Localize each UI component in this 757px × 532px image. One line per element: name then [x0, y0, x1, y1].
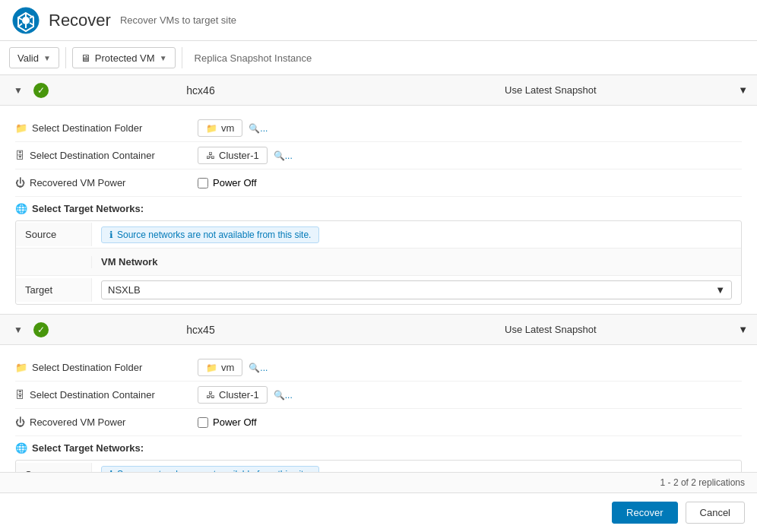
- vm2-collapse-btn[interactable]: ▼: [9, 321, 27, 339]
- vm2-networks-title-text: Select Target Networks:: [32, 442, 144, 454]
- vm1-container-tag-btn[interactable]: 🖧 Cluster-1: [198, 147, 268, 164]
- filter-bar: Valid ▼ 🖥 Protected VM ▼ Replica Snapsho…: [0, 41, 757, 75]
- vm1-folder-tag-text: vm: [221, 122, 234, 134]
- vm2-snapshot-select[interactable]: Use Latest Snapshot ▼: [505, 324, 748, 335]
- vm1-name: hcx46: [49, 84, 505, 97]
- vm2-power-value: Power Off: [198, 416, 742, 428]
- valid-filter-dropdown[interactable]: Valid ▼: [9, 47, 59, 68]
- vm2-container-tag-icon: 🖧: [206, 390, 215, 401]
- vm2-power-row: ⏻ Recovered VM Power Power Off: [15, 409, 742, 436]
- vm1-dest-container-label: 🗄 Select Destination Container: [15, 150, 198, 161]
- vm2-power-label-text: Recovered VM Power: [30, 416, 125, 428]
- vm2-networks-table: Source ℹ Source networks are not availab…: [15, 460, 742, 472]
- vm1-snapshot-select[interactable]: Use Latest Snapshot ▼: [505, 84, 748, 96]
- footer: Recover Cancel: [0, 492, 757, 532]
- vm2-name: hcx45: [49, 324, 505, 336]
- vm2-container-tag-text: Cluster-1: [219, 389, 259, 401]
- vm-header-2[interactable]: ▼ ✓ hcx45 Use Latest Snapshot ▼: [0, 315, 757, 345]
- vm1-target-network-row: Target NSXLB ▼: [16, 276, 741, 304]
- vm1-source-network-row: Source ℹ Source networks are not availab…: [16, 221, 741, 249]
- power-icon: ⏻: [15, 177, 25, 188]
- vm2-power-label: ⏻ Recovered VM Power: [15, 416, 198, 428]
- vm2-source-label: Source: [16, 463, 92, 473]
- vm2-status-icon: ✓: [33, 322, 49, 337]
- vm2-source-value: ℹ Source networks are not available from…: [92, 461, 741, 472]
- vm1-network-name-spacer: [16, 256, 92, 268]
- vm1-dest-container-value: 🖧 Cluster-1 🔍...: [198, 147, 742, 164]
- folder-icon: 📁: [15, 122, 27, 134]
- vm1-source-value: ℹ Source networks are not available from…: [92, 222, 741, 248]
- container-icon-2: 🗄: [15, 389, 25, 401]
- cancel-button[interactable]: Cancel: [686, 502, 745, 524]
- status-text: 1 - 2 of 2 replications: [660, 477, 745, 488]
- vm1-snapshot-chevron-icon: ▼: [738, 84, 748, 96]
- container-icon: 🗄: [15, 150, 25, 161]
- app-header: Recover Recover VMs to target site: [0, 0, 757, 41]
- vm1-networks-icon: 🌐: [15, 203, 27, 214]
- vm2-container-search-icon[interactable]: 🔍...: [274, 390, 293, 401]
- vm1-power-row: ⏻ Recovered VM Power Power Off: [15, 169, 742, 197]
- vm2-networks-icon: 🌐: [15, 442, 27, 454]
- vm2-folder-tag-btn[interactable]: 📁 vm: [198, 359, 242, 376]
- vm1-target-network-text: NSXLB: [108, 284, 141, 296]
- recover-button[interactable]: Recover: [612, 502, 677, 524]
- vm1-target-select-btn[interactable]: NSXLB ▼: [101, 280, 732, 299]
- vm2-folder-search-icon[interactable]: 🔍...: [249, 363, 268, 373]
- vm1-power-value: Power Off: [198, 177, 742, 188]
- vm1-network-name-row: VM Network: [16, 249, 741, 276]
- vm1-status-icon: ✓: [33, 83, 49, 98]
- vm1-source-info-badge: ℹ Source networks are not available from…: [101, 226, 319, 243]
- app-subtitle: Recover VMs to target site: [120, 14, 236, 26]
- vm1-container-tag-text: Cluster-1: [219, 150, 259, 161]
- vm1-source-info-text: Source networks are not available from t…: [117, 230, 311, 240]
- vm2-source-info-text: Source networks are not available from t…: [117, 469, 311, 472]
- vm2-container-tag-btn[interactable]: 🖧 Cluster-1: [198, 386, 268, 404]
- vm2-source-network-row: Source ℹ Source networks are not availab…: [16, 461, 741, 472]
- vm2-power-off-checkbox[interactable]: [198, 417, 208, 428]
- vm1-power-off-checkbox-row: Power Off: [198, 177, 257, 188]
- vm2-dest-container-value: 🖧 Cluster-1 🔍...: [198, 386, 742, 404]
- vm2-dest-folder-label-text: Select Destination Folder: [32, 362, 142, 373]
- valid-filter-label: Valid: [17, 52, 39, 64]
- main-content: Valid ▼ 🖥 Protected VM ▼ Replica Snapsho…: [0, 41, 757, 492]
- vm1-container-tag-icon: 🖧: [206, 150, 215, 161]
- vm2-folder-tag-text: vm: [221, 362, 234, 373]
- vm2-networks-title: 🌐 Select Target Networks:: [15, 442, 742, 454]
- vm1-folder-tag-icon: 📁: [206, 123, 217, 134]
- vm1-collapse-btn[interactable]: ▼: [9, 81, 27, 100]
- vm1-power-off-checkbox[interactable]: [198, 178, 208, 188]
- vm-row-1: ▼ ✓ hcx46 Use Latest Snapshot ▼ 📁 Select…: [0, 75, 757, 315]
- vm1-folder-tag-btn[interactable]: 📁 vm: [198, 119, 242, 137]
- vm1-source-label: Source: [16, 223, 92, 246]
- protected-vm-label: Protected VM: [95, 52, 155, 64]
- vm-header-1[interactable]: ▼ ✓ hcx46 Use Latest Snapshot ▼: [0, 75, 757, 106]
- vm2-dest-folder-label: 📁 Select Destination Folder: [15, 362, 198, 373]
- vm1-networks-title-text: Select Target Networks:: [32, 203, 144, 214]
- protected-vm-filter-dropdown[interactable]: 🖥 Protected VM ▼: [72, 47, 176, 68]
- vm1-snapshot-value: Use Latest Snapshot: [505, 84, 597, 96]
- vm1-target-label: Target: [16, 278, 92, 302]
- vm1-dest-folder-row: 📁 Select Destination Folder 📁 vm 🔍...: [15, 115, 742, 142]
- protected-vm-icon: 🖥: [81, 52, 90, 64]
- vm1-dest-folder-value: 📁 vm 🔍...: [198, 119, 742, 137]
- vm2-info-icon: ℹ: [109, 469, 113, 472]
- vm2-details: 📁 Select Destination Folder 📁 vm 🔍...: [0, 345, 757, 472]
- valid-filter-chevron-icon: ▼: [43, 54, 51, 62]
- vm1-networks-section: 🌐 Select Target Networks: Source ℹ Sourc…: [15, 203, 742, 305]
- vm1-networks-table: Source ℹ Source networks are not availab…: [15, 220, 742, 305]
- vm1-power-off-label: Power Off: [213, 177, 257, 188]
- vm-row-2: ▼ ✓ hcx45 Use Latest Snapshot ▼ 📁 Select…: [0, 315, 757, 472]
- vm1-info-icon: ℹ: [109, 230, 113, 240]
- vm1-power-label-text: Recovered VM Power: [30, 177, 125, 188]
- protected-vm-chevron-icon: ▼: [160, 54, 167, 62]
- vm2-snapshot-chevron-icon: ▼: [738, 324, 748, 335]
- vm-list-scroll[interactable]: ▼ ✓ hcx46 Use Latest Snapshot ▼ 📁 Select…: [0, 75, 757, 472]
- vm1-details: 📁 Select Destination Folder 📁 vm 🔍...: [0, 106, 757, 314]
- filter-divider: [65, 47, 66, 68]
- folder-icon-2: 📁: [15, 362, 27, 373]
- vm1-folder-search-icon[interactable]: 🔍...: [249, 123, 268, 134]
- filter-divider2: [182, 47, 182, 68]
- snapshot-label: Replica Snapshot Instance: [195, 52, 312, 64]
- vm1-container-search-icon[interactable]: 🔍...: [274, 150, 293, 161]
- vm1-target-chevron-icon: ▼: [715, 284, 725, 296]
